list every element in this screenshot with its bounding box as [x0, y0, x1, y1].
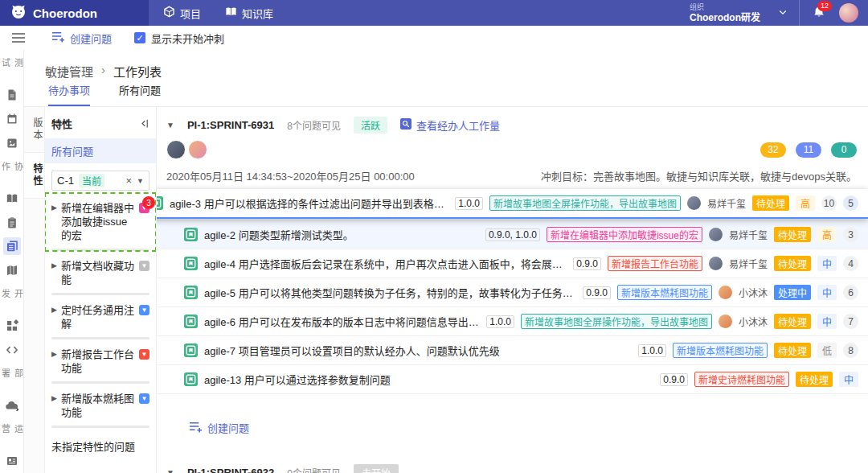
issue-summary: agile-6 用户可以在发布版本的版本日志中将问题信息导出为Markdown文… [204, 314, 480, 329]
fix-version-tag: 0.9.0 [660, 373, 688, 386]
feature-color-badge-icon[interactable]: ▼ [139, 349, 149, 360]
workmap-icon[interactable] [3, 261, 21, 279]
feature-color-badge-icon[interactable]: ▼ [139, 261, 149, 271]
feature-name: 定时任务通用注解 [61, 303, 135, 331]
test-scan-icon[interactable] [3, 134, 21, 152]
issue-summary: agile-7 项目管理员可以设置项目的默认经办人、问题默认优先级 [204, 343, 632, 358]
issue-row[interactable]: agile-5 用户可以将其他类型问题转换为子任务，特别的是，故事转化为子任务，… [157, 278, 868, 307]
hamburger-menu-icon[interactable] [11, 32, 26, 43]
issue-row[interactable]: agile-2 问题类型新增测试类型。0.9.0, 1.0.0新增在编辑器中添加… [157, 220, 868, 249]
playlist-add-icon [51, 31, 65, 45]
issue-row[interactable]: agile-13 用户可以通过选择参数复制问题0.9.0新增史诗燃耗图功能待处理… [157, 365, 868, 394]
feature-item[interactable]: ▶新增文档收藏功能▼ [45, 251, 156, 295]
brand-name: Choerodon [33, 6, 97, 20]
assignee-avatar [719, 286, 732, 299]
expand-caret-icon[interactable]: ▶ [51, 204, 57, 212]
notification-count-badge: 12 [817, 1, 832, 11]
breadcrumb-agile[interactable]: 敏捷管理 [45, 63, 93, 82]
feature-item[interactable]: ▶新增版本燃耗图功能▼ [45, 384, 156, 428]
test-plan-calendar-icon[interactable] [3, 110, 21, 128]
create-issue-button[interactable]: 创建问题 [51, 31, 112, 46]
priority-badge: 高 [796, 195, 815, 211]
expand-caret-icon[interactable]: ▶ [51, 261, 57, 269]
pi-select[interactable]: C-1 当前 × ▼ [51, 171, 149, 191]
sprint-member-avatar[interactable] [188, 140, 207, 159]
org-switcher[interactable]: 组织 Choerodon研发 [678, 0, 799, 26]
unassigned-feature-item[interactable]: 未指定特性的问题 [45, 428, 156, 464]
show-unstarted-label: 显示未开始冲刺 [151, 31, 224, 46]
assignee-avatar [709, 228, 723, 241]
story-type-icon [184, 315, 198, 328]
issue-row-dragging[interactable]: agile-3 用户可以根据选择的条件过滤出问题并导出到表格中。1.0.0新增故… [157, 189, 868, 219]
brand-logo[interactable]: Choerodon [0, 0, 149, 26]
cube-icon [163, 6, 175, 20]
expand-caret-icon[interactable]: ▶ [51, 394, 57, 402]
feature-panel: 特性 所有问题 C-1 当前 × ▼ ▶新增在编辑器中添加敏捷issue的宏▼3… [45, 107, 157, 473]
priority-badge: 中 [839, 372, 858, 387]
show-unstarted-sprint-toggle[interactable]: ✓ 显示未开始冲刺 [134, 31, 224, 46]
issue-summary: agile-5 用户可以将其他类型问题转换为子任务，特别的是，故事转化为子任务，… [204, 285, 576, 300]
expand-caret-icon[interactable]: ▶ [51, 350, 57, 358]
issue-row[interactable]: agile-6 用户可以在发布版本的版本日志中将问题信息导出为Markdown文… [157, 307, 868, 336]
sprint-collapse-caret[interactable]: ▼ [166, 121, 174, 130]
status-badge: 待处理 [774, 343, 811, 358]
feature-color-badge-icon[interactable]: ▼ [139, 393, 149, 404]
knowledge-book-icon[interactable] [3, 190, 21, 208]
clear-icon[interactable]: × [125, 175, 132, 187]
tab-待办事项[interactable]: 待办事项 [48, 82, 90, 106]
feature-name: 新增版本燃耗图功能 [61, 392, 135, 419]
assignee-avatar [719, 315, 732, 328]
rail-section-label: 测试 [0, 58, 25, 80]
panel-title: 特性 [51, 116, 72, 131]
priority-badge: 中 [817, 256, 837, 271]
create-issue-bottom-button[interactable]: 创建问题 [189, 420, 868, 435]
panel-vtab-版本[interactable]: 版本 [24, 107, 44, 153]
issue-row[interactable]: agile-4 用户选择面板后会记录在系统中，用户再次点击进入面板中，将会展示用… [157, 249, 868, 278]
sprint-date-range: 2020年05月11日 14:34:53~2020年05月25日 00:00:0… [166, 168, 415, 183]
checkbox-checked[interactable]: ✓ [134, 32, 145, 43]
widgets-icon[interactable] [3, 317, 21, 335]
test-doc-icon[interactable] [3, 87, 21, 105]
feature-color-badge-icon[interactable]: ▼ [139, 305, 149, 315]
story-point-count: 8 [843, 343, 858, 358]
panel-vtab-特性[interactable]: 特性 [24, 153, 44, 199]
tab-所有问题[interactable]: 所有问题 [119, 82, 161, 106]
notification-bell[interactable]: 12 [799, 0, 837, 26]
story-point-count: 10 [821, 195, 837, 211]
story-type-icon [184, 343, 198, 357]
story-type-icon [184, 228, 198, 241]
fix-version-tag: 1.0.0 [486, 315, 514, 328]
sprint-status-badge: 活跃 [354, 117, 387, 134]
sprint-member-avatar[interactable] [166, 140, 186, 159]
user-avatar[interactable] [839, 3, 858, 23]
sprint2-name: PI-1:SPRINT-6932 [187, 467, 274, 473]
point-pill: 32 [760, 142, 786, 158]
assignee-avatar [709, 257, 723, 270]
issue-row[interactable]: agile-7 项目管理员可以设置项目的默认经办人、问题默认优先级1.0.0新增… [157, 336, 868, 365]
issue-list: agile-3 用户可以根据选择的条件过滤出问题并导出到表格中。1.0.0新增故… [157, 191, 868, 394]
assignee-name: 小沐沐 [739, 315, 768, 328]
assignee-name: 小沐沐 [739, 286, 768, 299]
collapse-panel-icon[interactable] [139, 118, 149, 129]
select-caret-icon[interactable]: ▼ [137, 177, 144, 185]
expand-caret-icon[interactable]: ▶ [51, 306, 57, 314]
priority-badge: 低 [817, 343, 837, 358]
top-nav-知识库[interactable]: 知识库 [225, 6, 273, 21]
task-clipboard-icon[interactable] [3, 214, 21, 232]
workload-search-icon [400, 118, 411, 132]
feature-item[interactable]: ▶定时任务通用注解▼ [45, 295, 156, 339]
sprint2-collapse-caret[interactable]: ▼ [166, 468, 174, 473]
backlog-icon[interactable] [3, 237, 21, 255]
sprint-name: PI-1:SPRINT-6931 [187, 119, 274, 131]
ops-card-icon[interactable] [3, 452, 21, 470]
code-icon[interactable] [3, 341, 21, 359]
sprint2-visible-count: 0个问题可见 [287, 466, 341, 473]
top-nav-项目[interactable]: 项目 [163, 6, 201, 21]
cloud-deploy-icon[interactable] [3, 397, 21, 414]
all-issues-filter[interactable]: 所有问题 [45, 138, 156, 163]
priority-badge: 中 [817, 285, 837, 300]
feature-item[interactable]: ▶新增在编辑器中添加敏捷issue的宏▼3 [45, 193, 156, 251]
workload-link[interactable]: 查看经办人工作量 [400, 117, 500, 133]
feature-item[interactable]: ▶新增报告工作台功能▼ [45, 339, 156, 384]
issue-summary: agile-3 用户可以根据选择的条件过滤出问题并导出到表格中。 [170, 195, 448, 211]
